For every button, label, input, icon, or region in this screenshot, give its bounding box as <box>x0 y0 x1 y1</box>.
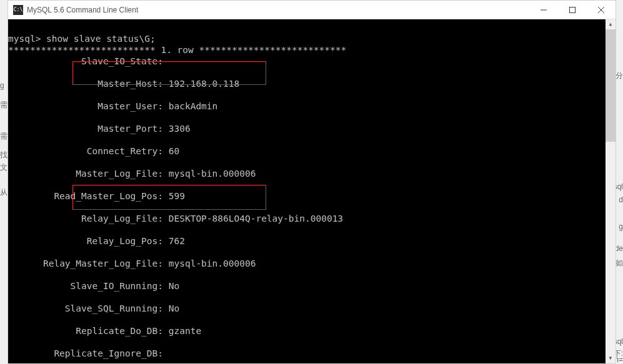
prompt-line: mysql> show slave status\G; <box>8 34 156 44</box>
status-value: 3306 <box>169 124 191 134</box>
bg-text: g <box>0 81 4 90</box>
status-row: Read_Master_Log_Pos: 599 <box>8 190 606 202</box>
status-value: mysql-bin.000006 <box>169 258 256 268</box>
status-key: Read_Master_Log_Pos: <box>8 190 163 202</box>
status-row: Slave_IO_State: <box>8 56 606 67</box>
status-row: Master_Log_File: mysql-bin.000006 <box>8 168 606 179</box>
status-key: Replicate_Do_DB: <box>8 325 163 337</box>
bg-text: 需 <box>0 100 7 111</box>
minimize-icon <box>541 7 547 13</box>
bg-text: d <box>619 195 623 204</box>
status-value: gzante <box>169 326 201 336</box>
bg-text: g <box>619 222 623 231</box>
bg-text: 从 <box>0 187 7 198</box>
status-row: Slave_SQL_Running: No <box>8 303 606 314</box>
status-key: Relay_Log_Pos: <box>8 235 163 247</box>
terminal-content: mysql> show slave status\G; ************… <box>8 19 606 363</box>
status-value: 599 <box>169 191 185 201</box>
status-key: Master_Log_File: <box>8 168 163 179</box>
status-value: 762 <box>169 236 185 246</box>
minimize-button[interactable] <box>529 1 558 19</box>
status-value: 192.168.0.118 <box>169 79 240 89</box>
status-value: No <box>169 281 179 291</box>
status-row: Master_User: backAdmin <box>8 101 606 112</box>
status-key: Relay_Log_File: <box>8 213 163 224</box>
terminal-area[interactable]: mysql> show slave status\G; ************… <box>8 19 616 363</box>
close-button[interactable] <box>587 1 616 19</box>
bg-text: 如 <box>616 258 623 268</box>
status-key: Master_Port: <box>8 123 163 134</box>
status-key: Master_User: <box>8 101 163 112</box>
bg-text: 文 <box>0 162 7 173</box>
status-row: Master_Host: 192.168.0.118 <box>8 78 606 89</box>
status-key: Connect_Retry: <box>8 145 163 157</box>
command: show slave status\G; <box>46 34 156 44</box>
status-key: Slave_IO_Running: <box>8 280 163 292</box>
status-row: Slave_IO_Running: No <box>8 280 606 292</box>
row-header: *************************** 1. row *****… <box>8 45 346 55</box>
scroll-up-arrow[interactable]: ▲ <box>606 19 616 29</box>
window-title: MySQL 5.6 Command Line Client <box>27 6 529 14</box>
status-row: Replicate_Ignore_DB: <box>8 348 606 359</box>
status-key: Slave_IO_State: <box>8 56 163 67</box>
status-key: Replicate_Ignore_DB: <box>8 348 163 359</box>
window-controls <box>529 1 616 19</box>
status-row: Relay_Log_File: DESKTOP-886LO4Q-relay-bi… <box>8 213 606 224</box>
status-row: Master_Port: 3306 <box>8 123 606 134</box>
bg-text: 需 <box>0 131 7 142</box>
status-row: Replicate_Do_DB: gzante <box>8 325 606 337</box>
status-value: 60 <box>169 146 179 156</box>
app-window: C:\ MySQL 5.6 Command Line Client mysql>… <box>7 0 616 364</box>
status-row: Relay_Log_Pos: 762 <box>8 235 606 247</box>
vertical-scrollbar[interactable]: ▲ ▼ <box>606 19 616 363</box>
status-row: Relay_Master_Log_File: mysql-bin.000006 <box>8 258 606 269</box>
status-value: backAdmin <box>169 101 218 111</box>
scroll-thumb[interactable] <box>606 29 616 142</box>
mysql-icon: C:\ <box>13 5 23 15</box>
scroll-down-arrow[interactable]: ▼ <box>606 353 616 363</box>
titlebar[interactable]: C:\ MySQL 5.6 Command Line Client <box>8 1 616 19</box>
maximize-icon <box>569 7 576 13</box>
bg-text: 分 <box>616 71 623 81</box>
status-value: mysql-bin.000006 <box>169 169 256 179</box>
bg-text: 找 <box>0 150 7 160</box>
status-value: DESKTOP-886LO4Q-relay-bin.000013 <box>169 214 343 224</box>
status-value: No <box>169 303 179 313</box>
status-key: Slave_SQL_Running: <box>8 303 163 314</box>
status-key: Master_Host: <box>8 78 163 89</box>
status-row: Connect_Retry: 60 <box>8 145 606 157</box>
maximize-button[interactable] <box>558 1 587 19</box>
prompt: mysql> <box>8 34 46 44</box>
close-icon <box>598 7 604 13</box>
status-key: Relay_Master_Log_File: <box>8 258 163 269</box>
svg-rect-1 <box>570 7 576 12</box>
